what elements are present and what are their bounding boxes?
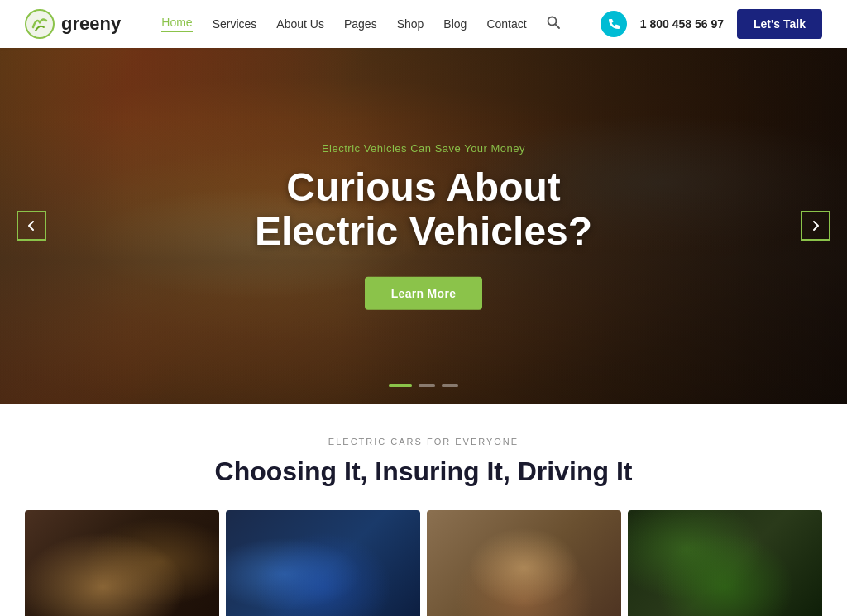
image-card-3 — [427, 510, 621, 616]
search-icon[interactable] — [547, 16, 560, 32]
image-card-4 — [628, 510, 822, 616]
logo-text: greeny — [61, 13, 121, 35]
nav-services[interactable]: Services — [213, 17, 257, 31]
hero-eyebrow: Electric Vehicles Can Save Your Money — [208, 142, 639, 155]
hero-next-button[interactable] — [801, 211, 830, 241]
hero-dot-3[interactable] — [442, 384, 458, 387]
nav-home[interactable]: Home — [161, 16, 192, 32]
section2-header: ELECTRIC CARS FOR EVERYONE Choosing It, … — [25, 437, 822, 487]
hero-title: Curious About Electric Vehicles? — [208, 166, 639, 254]
hero-dot-2[interactable] — [419, 384, 435, 387]
image-card-2 — [226, 510, 420, 616]
hero-prev-button[interactable] — [17, 211, 46, 241]
header-right: 1 800 458 56 97 Let's Talk — [601, 9, 822, 39]
features-section: ELECTRIC CARS FOR EVERYONE Choosing It, … — [0, 404, 847, 616]
section2-title: Choosing It, Insuring It, Driving It — [25, 456, 822, 487]
hero-title-line1: Curious About — [286, 165, 561, 209]
nav-about[interactable]: About Us — [276, 17, 324, 31]
hero-dots — [389, 384, 458, 387]
logo-icon — [25, 9, 55, 39]
section2-eyebrow: ELECTRIC CARS FOR EVERYONE — [25, 437, 822, 446]
logo[interactable]: greeny — [25, 9, 121, 39]
nav-pages[interactable]: Pages — [344, 17, 377, 31]
site-header: greeny Home Services About Us Pages Shop… — [0, 0, 847, 48]
hero-section: Electric Vehicles Can Save Your Money Cu… — [0, 48, 847, 404]
nav-blog[interactable]: Blog — [443, 17, 467, 31]
hero-content: Electric Vehicles Can Save Your Money Cu… — [208, 142, 639, 310]
phone-icon — [601, 11, 627, 37]
lets-talk-button[interactable]: Let's Talk — [737, 9, 822, 39]
hero-dot-1[interactable] — [389, 384, 412, 387]
image-grid — [25, 510, 822, 616]
hero-title-line2: Electric Vehicles? — [255, 209, 592, 253]
image-card-1 — [25, 510, 219, 616]
nav-contact[interactable]: Contact — [486, 17, 526, 31]
svg-line-2 — [555, 25, 559, 29]
nav-shop[interactable]: Shop — [397, 17, 424, 31]
phone-number: 1 800 458 56 97 — [640, 17, 724, 31]
hero-learn-more-button[interactable]: Learn More — [365, 276, 482, 309]
main-nav: Home Services About Us Pages Shop Blog C… — [161, 16, 559, 32]
